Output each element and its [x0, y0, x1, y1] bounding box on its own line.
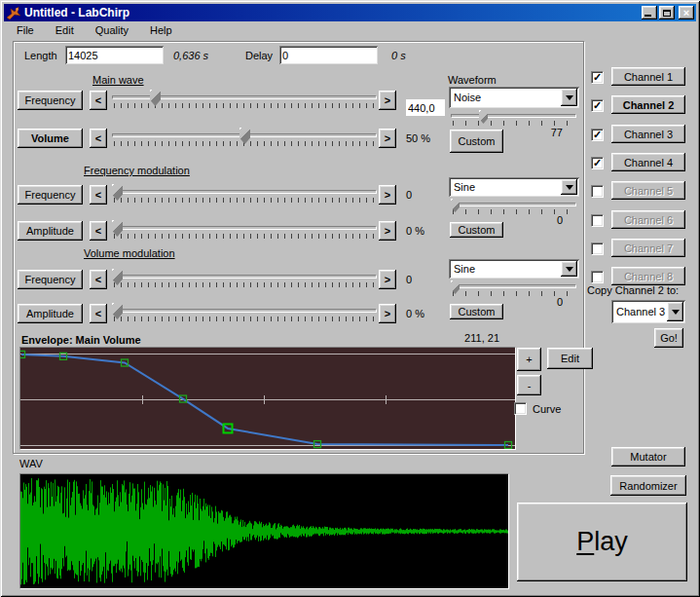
- main-frequency-value-input[interactable]: [406, 99, 445, 116]
- vm-amplitude-button[interactable]: Amplitude: [18, 304, 83, 323]
- channel-4-enable-checkbox[interactable]: ✓: [591, 157, 604, 169]
- length-input[interactable]: [65, 46, 164, 64]
- menu-quality[interactable]: Quality: [93, 23, 130, 37]
- vm-waveform-selected: Sine: [454, 263, 475, 275]
- menu-file[interactable]: File: [15, 23, 36, 37]
- fm-frequency-decrease-button[interactable]: <: [90, 185, 107, 205]
- slider-groove: [112, 309, 377, 313]
- vm-amplitude-decrease-button[interactable]: <: [90, 304, 107, 323]
- dropdown-arrow-icon[interactable]: [561, 261, 577, 277]
- vm-waveform-block: Sine 0 Custom: [449, 259, 579, 321]
- main-volume-decrease-button[interactable]: <: [90, 129, 107, 148]
- fm-amplitude-value: 0 %: [406, 225, 451, 237]
- vm-frequency-slider[interactable]: [112, 270, 377, 289]
- channel-8-enable-checkbox[interactable]: [591, 271, 604, 283]
- slider-groove: [451, 284, 576, 288]
- copy-target-selected: Channel 3: [616, 306, 665, 317]
- channel-8-button[interactable]: Channel 8: [611, 267, 685, 285]
- slider-groove: [112, 275, 377, 279]
- envelope-add-point-button[interactable]: +: [517, 348, 541, 371]
- fm-waveform-select[interactable]: Sine: [449, 177, 579, 197]
- titlebar[interactable]: Untitled - LabChirp ×: [4, 4, 696, 21]
- vm-frequency-decrease-button[interactable]: <: [90, 270, 107, 289]
- close-button[interactable]: ×: [679, 6, 694, 19]
- slider-ticks: [453, 121, 574, 126]
- main-frequency-slider[interactable]: [112, 91, 377, 110]
- channel-7-enable-checkbox[interactable]: [591, 243, 604, 255]
- fm-frequency-slider[interactable]: [112, 185, 377, 205]
- randomizer-button[interactable]: Randomizer: [610, 475, 686, 496]
- slider-groove: [451, 203, 576, 206]
- channel-7-button[interactable]: Channel 7: [611, 239, 685, 257]
- delay-input[interactable]: [279, 46, 378, 64]
- vm-waveform-custom-button[interactable]: Custom: [450, 304, 503, 319]
- minimize-button[interactable]: [642, 6, 657, 19]
- main-waveform-slider[interactable]: [451, 110, 576, 128]
- slider-ticks: [114, 282, 375, 287]
- envelope-graph[interactable]: [19, 347, 516, 450]
- main-volume-button[interactable]: Volume: [18, 129, 83, 148]
- vm-amplitude-value: 0 %: [406, 308, 451, 319]
- main-waveform-selected: Noise: [454, 92, 481, 103]
- channel-6-enable-checkbox[interactable]: [591, 214, 604, 227]
- fm-amplitude-row: Amplitude < > 0 %: [18, 221, 451, 241]
- main-frequency-increase-button[interactable]: >: [379, 91, 396, 110]
- fm-amplitude-increase-button[interactable]: >: [379, 221, 396, 241]
- fm-waveform-custom-button[interactable]: Custom: [450, 222, 503, 238]
- channel-5-enable-checkbox[interactable]: [591, 185, 604, 198]
- dropdown-arrow-icon[interactable]: [561, 89, 577, 106]
- channel-1-button[interactable]: Channel 1: [611, 67, 685, 86]
- channel-1-enable-checkbox[interactable]: ✓: [591, 71, 604, 84]
- main-frequency-button[interactable]: Frequency: [18, 91, 83, 110]
- slider-groove: [451, 114, 576, 118]
- fm-amplitude-decrease-button[interactable]: <: [90, 221, 107, 241]
- wav-label: WAV: [19, 458, 43, 469]
- vm-amplitude-slider[interactable]: [112, 304, 377, 323]
- fm-waveform-selected: Sine: [454, 181, 475, 193]
- dropdown-arrow-icon[interactable]: [667, 302, 683, 321]
- vm-frequency-increase-button[interactable]: >: [379, 270, 396, 289]
- fm-frequency-row: Frequency < > 0: [18, 185, 451, 205]
- main-volume-row: Volume < > 50 %: [18, 129, 451, 148]
- curve-checkbox[interactable]: [514, 402, 527, 415]
- play-button[interactable]: Play: [517, 503, 687, 581]
- channel-4-button[interactable]: Channel 4: [611, 153, 685, 171]
- window-title: Untitled - LabChirp: [24, 6, 129, 19]
- channel-5-button[interactable]: Channel 5: [611, 181, 685, 200]
- maximize-button[interactable]: [659, 6, 675, 19]
- main-volume-slider[interactable]: [112, 129, 377, 148]
- menu-help[interactable]: Help: [148, 23, 174, 37]
- go-button[interactable]: Go!: [654, 328, 683, 348]
- slider-ticks: [114, 198, 375, 203]
- channel-2-enable-checkbox[interactable]: ✓: [591, 99, 604, 112]
- main-volume-increase-button[interactable]: >: [379, 129, 396, 148]
- envelope-edit-button[interactable]: Edit: [547, 348, 593, 369]
- channel-6-button[interactable]: Channel 6: [611, 210, 685, 229]
- length-label: Length: [24, 50, 57, 61]
- envelope-plot[interactable]: [20, 348, 515, 449]
- channel-2-button[interactable]: Channel 2: [611, 95, 685, 114]
- fm-frequency-increase-button[interactable]: >: [379, 185, 396, 205]
- menu-edit[interactable]: Edit: [54, 23, 76, 37]
- main-waveform-block: Noise 77 Custom: [449, 87, 579, 155]
- mutator-button[interactable]: Mutator: [611, 447, 685, 466]
- channel-3-enable-checkbox[interactable]: ✓: [591, 129, 604, 141]
- slider-ticks: [114, 317, 375, 321]
- slider-groove: [112, 226, 377, 230]
- wav-display: [19, 473, 509, 589]
- vm-waveform-select[interactable]: Sine: [449, 259, 579, 279]
- channel-3-button[interactable]: Channel 3: [611, 125, 685, 143]
- main-waveform-select[interactable]: Noise: [449, 87, 579, 108]
- dropdown-arrow-icon[interactable]: [561, 179, 577, 195]
- main-waveform-custom-button[interactable]: Custom: [450, 130, 503, 153]
- fm-amplitude-button[interactable]: Amplitude: [18, 221, 83, 241]
- fm-frequency-button[interactable]: Frequency: [18, 185, 83, 205]
- vm-amplitude-increase-button[interactable]: >: [379, 304, 396, 323]
- main-frequency-decrease-button[interactable]: <: [90, 91, 107, 110]
- copy-target-select[interactable]: Channel 3: [611, 300, 685, 323]
- fm-amplitude-slider[interactable]: [112, 221, 377, 241]
- vm-frequency-row: Frequency < > 0: [18, 270, 451, 289]
- delay-seconds: 0 s: [391, 50, 406, 61]
- vm-frequency-button[interactable]: Frequency: [18, 270, 83, 289]
- envelope-remove-point-button[interactable]: -: [517, 375, 541, 395]
